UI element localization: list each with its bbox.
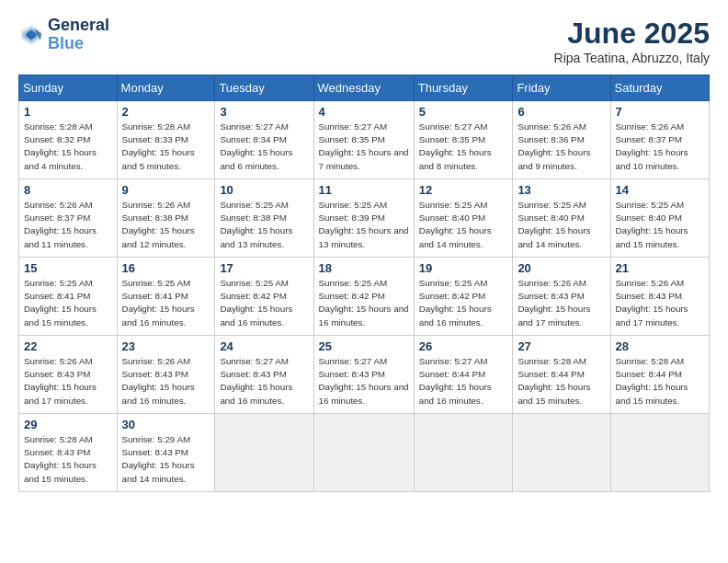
day-number: 6 xyxy=(518,105,605,119)
day-cell: 30Sunrise: 5:29 AMSunset: 8:43 PMDayligh… xyxy=(117,414,215,492)
day-info: Sunrise: 5:26 AMSunset: 8:43 PMDaylight:… xyxy=(616,277,704,329)
day-cell: 28Sunrise: 5:28 AMSunset: 8:44 PMDayligh… xyxy=(610,336,709,414)
day-cell: 18Sunrise: 5:25 AMSunset: 8:42 PMDayligh… xyxy=(313,258,414,336)
day-info: Sunrise: 5:25 AMSunset: 8:38 PMDaylight:… xyxy=(220,199,308,251)
day-number: 7 xyxy=(616,105,704,119)
day-info: Sunrise: 5:25 AMSunset: 8:39 PMDaylight:… xyxy=(319,199,409,251)
title-block: June 2025 Ripa Teatina, Abruzzo, Italy xyxy=(554,17,710,65)
day-info: Sunrise: 5:26 AMSunset: 8:37 PMDaylight:… xyxy=(24,199,112,251)
col-wednesday: Wednesday xyxy=(313,75,414,101)
col-sunday: Sunday xyxy=(19,75,118,101)
day-info: Sunrise: 5:26 AMSunset: 8:37 PMDaylight:… xyxy=(616,121,704,173)
day-info: Sunrise: 5:27 AMSunset: 8:35 PMDaylight:… xyxy=(319,121,409,173)
day-number: 17 xyxy=(220,261,308,275)
week-row-0: 1Sunrise: 5:28 AMSunset: 8:32 PMDaylight… xyxy=(19,101,710,179)
month-title: June 2025 xyxy=(554,17,710,51)
day-cell: 16Sunrise: 5:25 AMSunset: 8:41 PMDayligh… xyxy=(117,258,215,336)
day-info: Sunrise: 5:28 AMSunset: 8:33 PMDaylight:… xyxy=(122,121,210,173)
day-cell: 20Sunrise: 5:26 AMSunset: 8:43 PMDayligh… xyxy=(513,258,610,336)
day-cell: 21Sunrise: 5:26 AMSunset: 8:43 PMDayligh… xyxy=(610,258,709,336)
day-cell: 12Sunrise: 5:25 AMSunset: 8:40 PMDayligh… xyxy=(414,179,513,258)
page: General Blue June 2025 Ripa Teatina, Abr… xyxy=(0,0,728,563)
day-cell: 19Sunrise: 5:25 AMSunset: 8:42 PMDayligh… xyxy=(414,258,513,336)
col-saturday: Saturday xyxy=(610,75,709,101)
day-cell xyxy=(215,414,313,492)
day-info: Sunrise: 5:25 AMSunset: 8:41 PMDaylight:… xyxy=(122,277,210,329)
day-number: 18 xyxy=(319,261,409,275)
day-cell: 2Sunrise: 5:28 AMSunset: 8:33 PMDaylight… xyxy=(117,101,215,179)
day-number: 8 xyxy=(24,183,112,197)
day-number: 21 xyxy=(616,261,704,275)
day-cell: 23Sunrise: 5:26 AMSunset: 8:43 PMDayligh… xyxy=(117,336,215,414)
day-cell: 17Sunrise: 5:25 AMSunset: 8:42 PMDayligh… xyxy=(215,258,313,336)
day-cell: 1Sunrise: 5:28 AMSunset: 8:32 PMDaylight… xyxy=(19,101,118,179)
day-number: 14 xyxy=(616,183,704,197)
day-info: Sunrise: 5:26 AMSunset: 8:43 PMDaylight:… xyxy=(122,355,210,408)
day-info: Sunrise: 5:25 AMSunset: 8:40 PMDaylight:… xyxy=(518,199,605,251)
day-cell xyxy=(513,414,610,492)
col-tuesday: Tuesday xyxy=(215,75,313,101)
day-info: Sunrise: 5:25 AMSunset: 8:41 PMDaylight:… xyxy=(24,277,112,329)
day-number: 1 xyxy=(24,105,112,119)
day-number: 29 xyxy=(24,418,112,431)
day-number: 19 xyxy=(419,261,508,275)
calendar: Sunday Monday Tuesday Wednesday Thursday… xyxy=(18,75,710,492)
location: Ripa Teatina, Abruzzo, Italy xyxy=(554,51,710,65)
day-info: Sunrise: 5:28 AMSunset: 8:44 PMDaylight:… xyxy=(616,355,704,408)
day-info: Sunrise: 5:27 AMSunset: 8:34 PMDaylight:… xyxy=(220,121,308,173)
day-number: 9 xyxy=(122,183,210,197)
day-cell: 27Sunrise: 5:28 AMSunset: 8:44 PMDayligh… xyxy=(513,336,610,414)
day-cell: 13Sunrise: 5:25 AMSunset: 8:40 PMDayligh… xyxy=(513,179,610,258)
day-number: 24 xyxy=(220,339,308,353)
day-cell: 22Sunrise: 5:26 AMSunset: 8:43 PMDayligh… xyxy=(19,336,118,414)
day-number: 26 xyxy=(419,339,508,353)
header: General Blue June 2025 Ripa Teatina, Abr… xyxy=(18,17,710,65)
day-cell: 10Sunrise: 5:25 AMSunset: 8:38 PMDayligh… xyxy=(215,179,313,258)
week-row-2: 15Sunrise: 5:25 AMSunset: 8:41 PMDayligh… xyxy=(19,258,710,336)
col-thursday: Thursday xyxy=(414,75,513,101)
col-monday: Monday xyxy=(117,75,215,101)
day-cell: 4Sunrise: 5:27 AMSunset: 8:35 PMDaylight… xyxy=(313,101,414,179)
day-cell: 8Sunrise: 5:26 AMSunset: 8:37 PMDaylight… xyxy=(19,179,118,258)
header-row: Sunday Monday Tuesday Wednesday Thursday… xyxy=(19,75,710,101)
day-number: 23 xyxy=(122,339,210,353)
day-number: 4 xyxy=(319,105,409,119)
day-number: 20 xyxy=(518,261,605,275)
day-number: 28 xyxy=(616,339,704,353)
day-number: 3 xyxy=(220,105,308,119)
week-row-4: 29Sunrise: 5:28 AMSunset: 8:43 PMDayligh… xyxy=(19,414,710,492)
day-cell: 26Sunrise: 5:27 AMSunset: 8:44 PMDayligh… xyxy=(414,336,513,414)
day-cell: 11Sunrise: 5:25 AMSunset: 8:39 PMDayligh… xyxy=(313,179,414,258)
day-info: Sunrise: 5:27 AMSunset: 8:43 PMDaylight:… xyxy=(220,355,308,408)
day-info: Sunrise: 5:25 AMSunset: 8:42 PMDaylight:… xyxy=(419,277,508,329)
day-cell: 5Sunrise: 5:27 AMSunset: 8:35 PMDaylight… xyxy=(414,101,513,179)
day-info: Sunrise: 5:26 AMSunset: 8:36 PMDaylight:… xyxy=(518,121,605,173)
week-row-1: 8Sunrise: 5:26 AMSunset: 8:37 PMDaylight… xyxy=(19,179,710,258)
day-cell: 6Sunrise: 5:26 AMSunset: 8:36 PMDaylight… xyxy=(513,101,610,179)
day-info: Sunrise: 5:29 AMSunset: 8:43 PMDaylight:… xyxy=(122,433,210,486)
day-info: Sunrise: 5:26 AMSunset: 8:38 PMDaylight:… xyxy=(122,199,210,251)
day-number: 27 xyxy=(518,339,605,353)
day-cell xyxy=(414,414,513,492)
day-cell: 24Sunrise: 5:27 AMSunset: 8:43 PMDayligh… xyxy=(215,336,313,414)
day-number: 11 xyxy=(319,183,409,197)
col-friday: Friday xyxy=(513,75,610,101)
day-info: Sunrise: 5:25 AMSunset: 8:42 PMDaylight:… xyxy=(220,277,308,329)
day-number: 15 xyxy=(24,261,112,275)
day-cell: 7Sunrise: 5:26 AMSunset: 8:37 PMDaylight… xyxy=(610,101,709,179)
day-number: 10 xyxy=(220,183,308,197)
day-info: Sunrise: 5:27 AMSunset: 8:44 PMDaylight:… xyxy=(419,355,508,408)
day-info: Sunrise: 5:26 AMSunset: 8:43 PMDaylight:… xyxy=(24,355,112,408)
week-row-3: 22Sunrise: 5:26 AMSunset: 8:43 PMDayligh… xyxy=(19,336,710,414)
day-info: Sunrise: 5:25 AMSunset: 8:40 PMDaylight:… xyxy=(419,199,508,251)
day-info: Sunrise: 5:25 AMSunset: 8:42 PMDaylight:… xyxy=(319,277,409,329)
day-info: Sunrise: 5:27 AMSunset: 8:35 PMDaylight:… xyxy=(419,121,508,173)
day-cell: 3Sunrise: 5:27 AMSunset: 8:34 PMDaylight… xyxy=(215,101,313,179)
day-cell: 9Sunrise: 5:26 AMSunset: 8:38 PMDaylight… xyxy=(117,179,215,258)
day-info: Sunrise: 5:28 AMSunset: 8:44 PMDaylight:… xyxy=(518,355,605,408)
day-number: 30 xyxy=(122,418,210,431)
day-number: 5 xyxy=(419,105,508,119)
day-cell: 29Sunrise: 5:28 AMSunset: 8:43 PMDayligh… xyxy=(19,414,118,492)
day-info: Sunrise: 5:27 AMSunset: 8:43 PMDaylight:… xyxy=(319,355,409,408)
day-cell xyxy=(610,414,709,492)
